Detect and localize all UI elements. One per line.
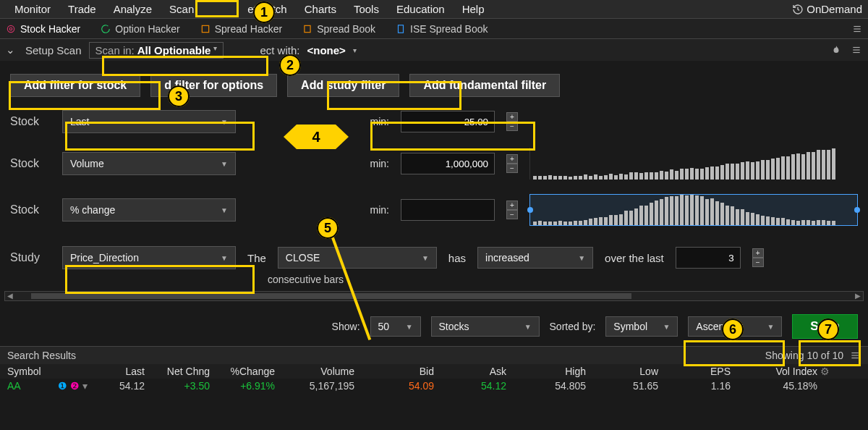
row-label: Stock: [10, 115, 51, 128]
scroll-left-icon[interactable]: ◀: [5, 292, 15, 300]
col-volume[interactable]: Volume: [275, 366, 354, 377]
alert-icon[interactable]: ❷: [70, 380, 80, 392]
chevron-down-icon[interactable]: ⌄: [6, 43, 15, 56]
show-label: Show:: [332, 321, 360, 332]
annotation-number-5: 5: [317, 217, 339, 239]
col-symbol[interactable]: Symbol: [7, 366, 58, 377]
table-row[interactable]: AA ❶ ❷ ▾ 54.12 +3.50 +6.91% 5,167,195 54…: [0, 379, 868, 393]
stepper-last[interactable]: + −: [506, 112, 518, 131]
list-icon[interactable]: [851, 45, 862, 55]
menu-help[interactable]: Help: [454, 1, 493, 17]
sort-column-value: Symbol: [613, 321, 647, 332]
add-study-filter-button[interactable]: Add study filter: [287, 74, 399, 97]
tab-spread-hacker[interactable]: Spread Hacker: [200, 23, 282, 35]
menu-trade[interactable]: Trade: [59, 1, 105, 17]
bars-count-input[interactable]: [676, 247, 741, 269]
row-label: Stock: [10, 157, 51, 170]
show-type-dropdown[interactable]: Stocks▼: [431, 316, 540, 337]
min-input-volume[interactable]: [401, 153, 495, 174]
min-input-last[interactable]: [401, 111, 495, 132]
min-input-pctchange[interactable]: [401, 199, 495, 221]
ondemand-button[interactable]: OnDemand: [792, 3, 862, 15]
chevron-down-icon[interactable]: ▾: [82, 380, 88, 392]
col-pctchange[interactable]: %Change: [210, 366, 275, 377]
menu-charts[interactable]: Charts: [296, 1, 345, 17]
cell-netchng: +3.50: [145, 380, 210, 392]
field-dropdown-volume[interactable]: Volume▼: [62, 152, 236, 175]
col-high[interactable]: High: [506, 366, 586, 377]
gear-icon[interactable]: ⚙: [820, 366, 830, 377]
col-last[interactable]: Last: [94, 366, 145, 377]
step-down-icon[interactable]: −: [506, 164, 518, 173]
scroll-thumb[interactable]: [31, 293, 631, 299]
flame-icon[interactable]: [830, 45, 842, 55]
annotation-number-7: 7: [817, 319, 839, 340]
direction-dropdown[interactable]: increased▼: [477, 247, 593, 269]
histogram-volume[interactable]: [529, 148, 858, 180]
slider-handle-right[interactable]: [854, 207, 860, 213]
col-netchng[interactable]: Net Chng: [145, 366, 210, 377]
sort-column-dropdown[interactable]: Symbol▼: [605, 316, 678, 337]
col-volindex[interactable]: Vol Index: [731, 366, 817, 377]
tab-ise-spread-book[interactable]: ISE Spread Book: [396, 23, 488, 35]
horizontal-scrollbar[interactable]: ◀ ▶: [4, 291, 864, 301]
show-count-dropdown[interactable]: 50▼: [370, 316, 421, 337]
svg-point-1: [9, 28, 12, 30]
add-stock-filter-button[interactable]: Add filter for stock: [10, 74, 140, 97]
cell-volume: 5,167,195: [275, 380, 354, 392]
show-type-value: Stocks: [439, 321, 469, 332]
col-low[interactable]: Low: [586, 366, 658, 377]
cell-symbol: AA: [7, 380, 58, 392]
scan-in-dropdown[interactable]: Scan in: All Optionable ▾: [89, 42, 224, 59]
field-dropdown-last[interactable]: Last▼: [62, 110, 236, 133]
info-icon[interactable]: ❶: [58, 380, 67, 392]
tab-stock-hacker[interactable]: Stock Hacker: [6, 23, 80, 35]
book-icon: [302, 24, 312, 34]
tab-spread-book[interactable]: Spread Book: [302, 23, 375, 35]
cell-eps: 1.16: [658, 380, 731, 392]
slider-handle-left[interactable]: [527, 207, 533, 213]
col-ask[interactable]: Ask: [434, 366, 506, 377]
step-up-icon[interactable]: +: [506, 112, 518, 122]
col-bid[interactable]: Bid: [354, 366, 434, 377]
tab-stock-hacker-label: Stock Hacker: [20, 23, 80, 35]
study-dropdown[interactable]: Price_Direction▼: [62, 246, 236, 269]
cell-last: 54.12: [94, 380, 145, 392]
grid-icon: [200, 24, 210, 34]
step-down-icon[interactable]: −: [506, 210, 518, 219]
add-fundamental-filter-button[interactable]: Add fundamental filter: [409, 74, 560, 97]
annotation-number-4: 4: [284, 125, 349, 149]
step-up-icon[interactable]: +: [506, 154, 518, 164]
price-type-dropdown[interactable]: CLOSE▼: [278, 247, 437, 269]
tab-option-hacker[interactable]: Option Hacker: [101, 23, 179, 35]
step-up-icon[interactable]: +: [752, 248, 764, 258]
scanner-tabs: Stock Hacker Option Hacker Spread Hacker…: [0, 19, 868, 39]
menu-analyze[interactable]: Analyze: [105, 1, 161, 17]
cell-high: 54.805: [506, 380, 586, 392]
menu-education[interactable]: Education: [388, 1, 454, 17]
step-up-icon[interactable]: +: [506, 201, 518, 210]
list-icon[interactable]: [849, 350, 861, 361]
step-down-icon[interactable]: −: [506, 122, 518, 131]
stepper-volume[interactable]: + −: [506, 154, 518, 173]
histogram-pctchange[interactable]: [529, 194, 858, 226]
stepper-pctchange[interactable]: + −: [506, 201, 518, 219]
caret-icon: ▾: [213, 44, 217, 56]
menu-monitor[interactable]: Monitor: [6, 1, 59, 17]
row-label: Stock: [10, 203, 51, 216]
cell-icons: ❶ ❷ ▾: [58, 380, 94, 392]
step-down-icon[interactable]: −: [752, 258, 764, 267]
filter-row-volume: Stock Volume▼ min: + −: [0, 140, 868, 187]
stepper-bars[interactable]: + −: [752, 248, 764, 267]
svg-rect-2: [202, 25, 208, 32]
menu-scan[interactable]: Scan: [161, 1, 203, 17]
cell-low: 51.65: [586, 380, 658, 392]
col-eps[interactable]: EPS: [658, 366, 731, 377]
field-dropdown-pctchange[interactable]: % change▼: [62, 198, 236, 222]
min-label: min:: [360, 116, 389, 127]
tab-spread-book-label: Spread Book: [317, 23, 375, 35]
scroll-right-icon[interactable]: ▶: [853, 292, 863, 300]
list-icon[interactable]: [852, 24, 862, 34]
intersect-value[interactable]: <none>: [307, 44, 345, 56]
menu-tools[interactable]: Tools: [345, 1, 388, 17]
